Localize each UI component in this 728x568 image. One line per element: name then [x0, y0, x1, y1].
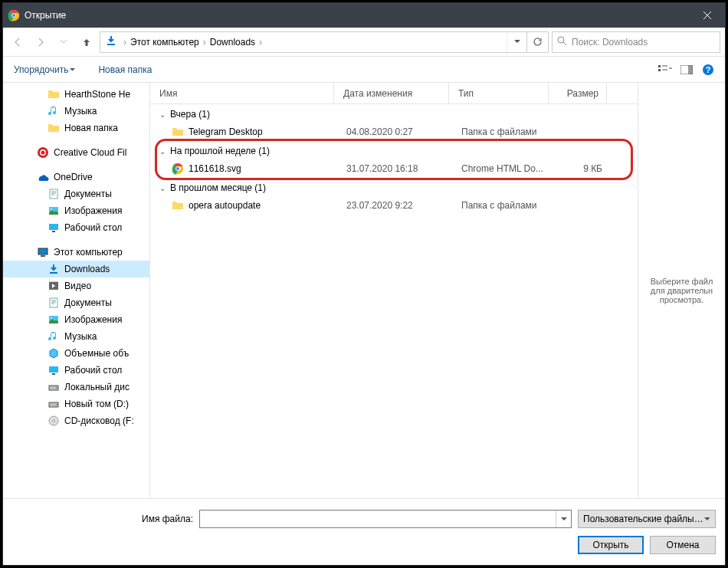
svg-rect-5: [658, 69, 661, 71]
file-group-header[interactable]: ⌄Вчера (1): [150, 104, 638, 123]
col-size[interactable]: Размер: [549, 83, 607, 103]
file-group-header[interactable]: ⌄На прошлой неделе (1): [150, 141, 638, 159]
svg-point-15: [51, 208, 52, 210]
address-bar[interactable]: › Этот компьютер › Downloads ›: [100, 31, 549, 53]
tree-item[interactable]: Изображения: [3, 202, 149, 219]
disk-icon: [48, 398, 60, 410]
pc-icon: [37, 246, 49, 258]
file-date: 31.07.2020 16:18: [337, 163, 452, 174]
tree-item[interactable]: Этот компьютер: [3, 244, 149, 261]
file-date: 04.08.2020 0:27: [337, 126, 452, 137]
file-type: Папка с файлами: [452, 126, 552, 137]
forward-button[interactable]: [31, 32, 51, 52]
svg-point-12: [41, 151, 45, 155]
tree-item[interactable]: Документы: [3, 186, 149, 202]
tree-item[interactable]: Музыка: [3, 103, 149, 120]
tree-item[interactable]: Новый том (D:): [3, 396, 149, 412]
tree-label: Этот компьютер: [54, 247, 123, 258]
tree-item[interactable]: Музыка: [3, 328, 149, 345]
group-title: На прошлой неделе (1): [170, 146, 270, 156]
svg-point-27: [56, 387, 57, 389]
tree-label: Новая папка: [64, 123, 118, 133]
window-title: Открытие: [25, 10, 690, 21]
chevron-down-icon: ⌄: [159, 110, 166, 119]
folder-icon: [48, 88, 60, 100]
filename-dropdown[interactable]: [556, 511, 571, 527]
search-icon: [557, 36, 567, 48]
col-name[interactable]: Имя: [150, 83, 334, 103]
tree-item[interactable]: Новая папка: [3, 120, 149, 136]
view-options-button[interactable]: [654, 61, 676, 79]
svg-rect-7: [688, 65, 693, 74]
tree-item[interactable]: Downloads: [3, 261, 149, 277]
file-name: opera autoupdate: [189, 200, 337, 211]
organize-button[interactable]: Упорядочить: [9, 61, 80, 78]
svg-point-3: [558, 37, 564, 43]
onedrive-icon: [37, 171, 49, 183]
tree-item[interactable]: Объемные объ: [3, 345, 149, 362]
tree-item[interactable]: Локальный дис: [3, 379, 149, 396]
svg-rect-19: [41, 255, 45, 257]
search-input[interactable]: Поиск: Downloads: [552, 31, 720, 53]
file-name: 1161618.svg: [189, 163, 337, 174]
up-button[interactable]: [77, 32, 97, 52]
folder-icon: [48, 122, 60, 134]
col-date[interactable]: Дата изменения: [334, 83, 449, 103]
tree-item[interactable]: Видео: [3, 277, 149, 294]
preview-pane: Выберите файл для дварительн просмотра.: [638, 83, 725, 498]
svg-rect-4: [658, 65, 661, 67]
titlebar: Открытие: [3, 3, 725, 28]
search-placeholder: Поиск: Downloads: [572, 37, 648, 48]
address-dropdown[interactable]: [507, 32, 526, 52]
back-button[interactable]: [8, 32, 28, 52]
tree-label: Документы: [64, 189, 112, 199]
breadcrumb-item[interactable]: Downloads: [208, 37, 257, 48]
tree-item[interactable]: Изображения: [3, 311, 149, 328]
file-item[interactable]: opera autoupdate23.07.2020 9:22Папка с ф…: [150, 196, 638, 215]
docs-icon: [48, 297, 60, 309]
tree-pane[interactable]: HearthStone HeМузыкаНовая папкаCreative …: [3, 83, 150, 498]
recent-button[interactable]: [54, 32, 74, 52]
cancel-button[interactable]: Отмена: [650, 536, 716, 554]
tree-item[interactable]: Рабочий стол: [3, 362, 149, 379]
tree-item[interactable]: HearthStone He: [3, 86, 149, 103]
col-type[interactable]: Тип: [449, 83, 549, 103]
help-button[interactable]: ?: [697, 61, 719, 79]
filename-textfield[interactable]: [200, 514, 556, 524]
breadcrumb-item[interactable]: Этот компьютер: [128, 37, 202, 48]
tree-label: Изображения: [64, 205, 122, 216]
filename-input[interactable]: [199, 510, 572, 528]
column-headers[interactable]: Имя Дата изменения Тип Размер: [150, 83, 638, 104]
tree-item[interactable]: Рабочий стол: [3, 219, 149, 236]
images-icon: [48, 314, 60, 326]
tree-item[interactable]: CD-дисковод (F:: [3, 412, 149, 429]
chrome-icon: [8, 9, 20, 21]
tree-item[interactable]: OneDrive: [3, 169, 149, 186]
nav-row: › Этот компьютер › Downloads › Поиск: Do…: [3, 28, 725, 57]
group-title: Вчера (1): [170, 109, 210, 120]
svg-rect-24: [49, 366, 58, 373]
tree-label: Видео: [64, 281, 91, 291]
open-button[interactable]: Открыть: [578, 536, 644, 554]
tree-label: Рабочий стол: [64, 222, 122, 233]
close-button[interactable]: [690, 3, 725, 28]
file-item[interactable]: Telegram Desktop04.08.2020 0:27Папка с ф…: [150, 123, 638, 141]
footer: Имя файла: Пользовательские файлы (*.s О…: [3, 498, 725, 565]
tree-label: Рабочий стол: [64, 365, 122, 376]
new-folder-button[interactable]: Новая папка: [93, 61, 156, 78]
filter-select[interactable]: Пользовательские файлы (*.s: [578, 510, 716, 528]
tree-item[interactable]: Документы: [3, 294, 149, 311]
preview-pane-button[interactable]: [676, 61, 697, 79]
file-open-dialog: Открытие › Этот компьютер › Downloads › …: [2, 2, 726, 566]
tree-label: Объемные объ: [64, 348, 129, 359]
tree-label: HearthStone He: [64, 89, 130, 100]
file-item[interactable]: 1161618.svg31.07.2020 16:18Chrome HTML D…: [150, 159, 638, 178]
tree-label: Creative Cloud Fil: [54, 147, 126, 158]
file-date: 23.07.2020 9:22: [337, 200, 452, 211]
folder-icon: [172, 126, 184, 138]
file-group-header[interactable]: ⌄В прошлом месяце (1): [150, 178, 638, 196]
cc-icon: [37, 146, 49, 159]
refresh-button[interactable]: [526, 32, 548, 52]
breadcrumb-sep: ›: [122, 37, 128, 48]
tree-item[interactable]: Creative Cloud Fil: [3, 144, 149, 161]
